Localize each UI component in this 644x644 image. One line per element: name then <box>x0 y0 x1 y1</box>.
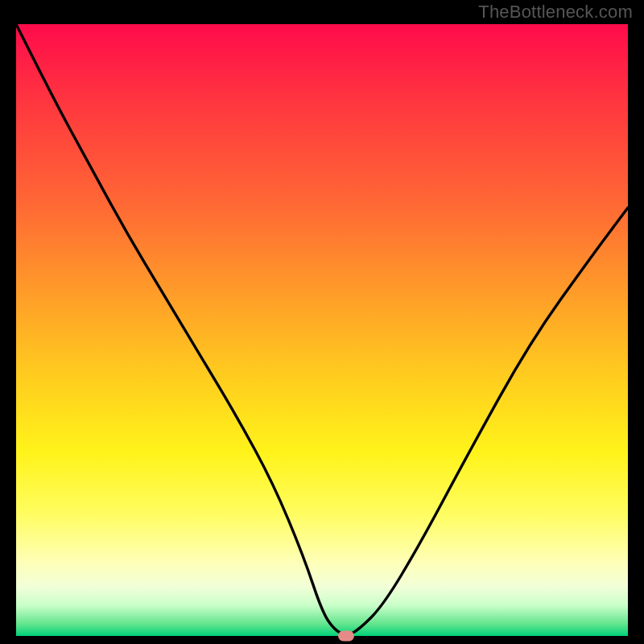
watermark-text: TheBottleneck.com <box>478 2 633 23</box>
curve-svg <box>16 24 628 636</box>
plot-area <box>16 24 628 636</box>
chart-frame: TheBottleneck.com <box>0 0 644 644</box>
bottleneck-curve <box>16 24 628 634</box>
optimal-point-marker <box>338 631 354 642</box>
